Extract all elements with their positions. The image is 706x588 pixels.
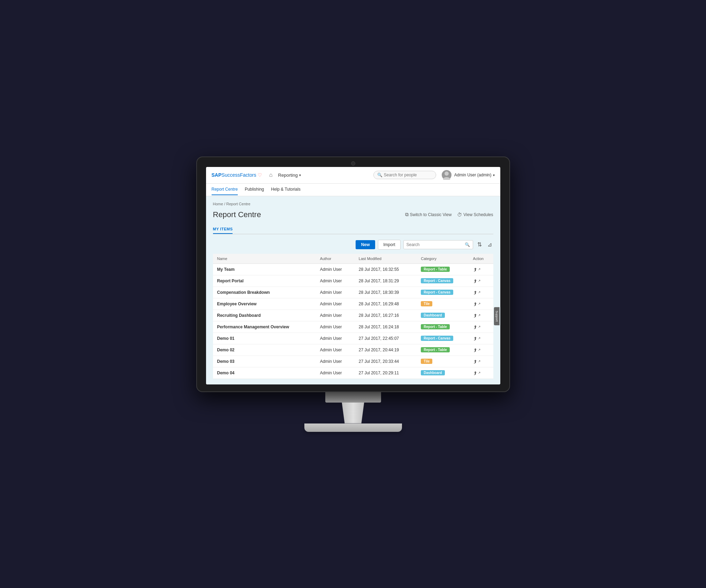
page-title: Report Centre	[213, 210, 261, 219]
export-icon[interactable]: ⮭↗	[473, 370, 480, 376]
tab-bar: MY ITEMS	[213, 225, 493, 234]
filter-icon[interactable]: ⊿	[486, 240, 493, 249]
table-row: Demo 04 Admin User 27 Jul 2017, 20:29:11…	[213, 367, 493, 379]
search-icon: 🔍	[377, 173, 382, 177]
logo: SAP SuccessFactors ♡	[212, 172, 262, 178]
cell-last-modified: 28 Jul 2017, 16:32:55	[355, 264, 417, 275]
cell-name: Report Portal	[213, 275, 316, 287]
sub-nav-item-report-centre[interactable]: Report Centre	[212, 184, 238, 195]
cell-category: Tile	[417, 356, 469, 367]
cell-category: Report - Canvas	[417, 287, 469, 298]
app-header: SAP SuccessFactors ♡ ⌂ Reporting ▾ 🔍	[206, 167, 500, 184]
report-search-input[interactable]	[407, 242, 465, 247]
cell-name: Employee Overview	[213, 298, 316, 310]
cell-author: Admin User	[316, 356, 355, 367]
switch-view-label: Switch to Classic View	[410, 212, 452, 217]
table-row: Report Portal Admin User 28 Jul 2017, 18…	[213, 275, 493, 287]
category-badge: Report - Table	[421, 324, 449, 329]
cell-name: Performance Management Overview	[213, 321, 316, 333]
cell-author: Admin User	[316, 367, 355, 379]
cell-name: Recruiting Dashboard	[213, 310, 316, 321]
breadcrumb: Home / Report Centre	[213, 202, 493, 206]
cell-category: Report - Table	[417, 321, 469, 333]
logo-sf-text: SuccessFactors	[221, 172, 256, 178]
import-button[interactable]: Import	[378, 240, 400, 250]
export-icon[interactable]: ⮭↗	[473, 313, 480, 318]
export-icon[interactable]: ⮭↗	[473, 267, 480, 272]
monitor-stand-top	[325, 392, 381, 403]
view-schedules-button[interactable]: ⏱ View Schedules	[457, 212, 493, 217]
table-row: Recruiting Dashboard Admin User 28 Jul 2…	[213, 310, 493, 321]
sort-icon[interactable]: ⇅	[476, 240, 483, 249]
category-badge: Tile	[421, 359, 432, 364]
breadcrumb-home[interactable]: Home	[213, 202, 223, 206]
global-search-bar[interactable]: 🔍	[373, 171, 436, 179]
support-tab[interactable]: Support	[494, 307, 500, 325]
cell-action: ⮭↗	[469, 333, 493, 344]
sub-nav-item-help-tutorials[interactable]: Help & Tutorials	[271, 184, 301, 195]
cell-action: ⮭↗	[469, 321, 493, 333]
category-badge: Dashboard	[421, 370, 445, 375]
logo-sap-text: SAP	[212, 172, 222, 178]
breadcrumb-current: Report Centre	[226, 202, 250, 206]
col-action: Action	[469, 254, 493, 264]
cell-name: Compensation Breakdown	[213, 287, 316, 298]
export-icon[interactable]: ⮭↗	[473, 301, 480, 307]
export-icon[interactable]: ⮭↗	[473, 278, 480, 284]
home-icon[interactable]: ⌂	[269, 172, 273, 178]
user-area[interactable]: Admin User (admin) ▾	[442, 170, 495, 180]
report-search-field[interactable]: 🔍	[403, 240, 473, 249]
switch-classic-view-button[interactable]: ⧉ Switch to Classic View	[405, 212, 452, 217]
col-last-modified: Last Modified	[355, 254, 417, 264]
table-row: My Team Admin User 28 Jul 2017, 16:32:55…	[213, 264, 493, 275]
export-icon[interactable]: ⮭↗	[473, 347, 480, 353]
col-author: Author	[316, 254, 355, 264]
category-badge: Report - Table	[421, 267, 449, 272]
table-row: Demo 02 Admin User 27 Jul 2017, 20:44:19…	[213, 344, 493, 356]
report-table: Name Author Last Modified Category Actio…	[213, 254, 493, 379]
cell-action: ⮭↗	[469, 344, 493, 356]
cell-name: Demo 04	[213, 367, 316, 379]
category-badge: Tile	[421, 301, 432, 306]
sub-nav-item-publishing[interactable]: Publishing	[245, 184, 264, 195]
cell-name: Demo 03	[213, 356, 316, 367]
search-input[interactable]	[384, 173, 432, 177]
col-name: Name	[213, 254, 316, 264]
export-icon[interactable]: ⮭↗	[473, 324, 480, 330]
screen: SAP SuccessFactors ♡ ⌂ Reporting ▾ 🔍	[206, 167, 500, 384]
cell-category: Dashboard	[417, 367, 469, 379]
cell-author: Admin User	[316, 333, 355, 344]
cell-author: Admin User	[316, 298, 355, 310]
cell-action: ⮭↗	[469, 287, 493, 298]
view-schedules-label: View Schedules	[463, 212, 493, 217]
nav-reporting[interactable]: Reporting ▾	[278, 173, 301, 178]
search-field-icon: 🔍	[465, 242, 470, 247]
page-header: Report Centre ⧉ Switch to Classic View ⏱…	[213, 210, 493, 219]
cell-author: Admin User	[316, 264, 355, 275]
cell-author: Admin User	[316, 275, 355, 287]
user-chevron-icon: ▾	[493, 173, 495, 177]
nav-reporting-label: Reporting	[278, 173, 298, 178]
table-row: Performance Management Overview Admin Us…	[213, 321, 493, 333]
cell-last-modified: 27 Jul 2017, 20:33:44	[355, 356, 417, 367]
switch-view-icon: ⧉	[405, 212, 409, 217]
export-icon[interactable]: ⮭↗	[473, 290, 480, 295]
export-icon[interactable]: ⮭↗	[473, 336, 480, 341]
monitor-base	[304, 423, 402, 432]
table-row: Employee Overview Admin User 28 Jul 2017…	[213, 298, 493, 310]
monitor-stand-neck	[339, 403, 367, 423]
cell-last-modified: 27 Jul 2017, 20:29:11	[355, 367, 417, 379]
cell-name: Demo 01	[213, 333, 316, 344]
export-icon[interactable]: ⮭↗	[473, 359, 480, 364]
new-button[interactable]: New	[356, 240, 375, 249]
category-badge: Report - Table	[421, 347, 449, 352]
cell-author: Admin User	[316, 310, 355, 321]
cell-last-modified: 28 Jul 2017, 16:29:48	[355, 298, 417, 310]
sub-nav: Report Centre Publishing Help & Tutorial…	[206, 184, 500, 196]
cell-category: Tile	[417, 298, 469, 310]
cell-action: ⮭↗	[469, 298, 493, 310]
tab-my-items[interactable]: MY ITEMS	[213, 225, 233, 234]
cell-action: ⮭↗	[469, 275, 493, 287]
cell-category: Report - Table	[417, 344, 469, 356]
cell-action: ⮭↗	[469, 367, 493, 379]
